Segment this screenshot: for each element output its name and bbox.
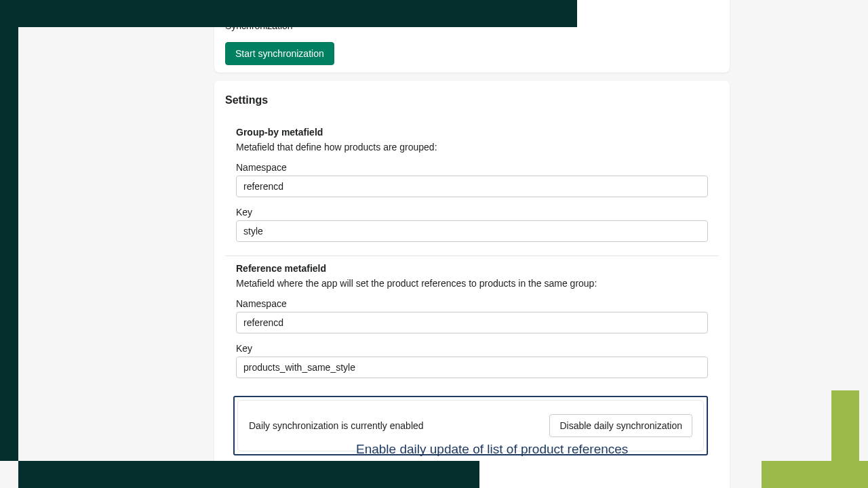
settings-card: Settings Group-by metafield Metafield th…: [214, 81, 730, 488]
annotation-text: Enable daily update of list of product r…: [356, 442, 628, 457]
daily-sync-status: Daily synchronization is currently enabl…: [249, 420, 424, 431]
reference-desc: Metafield where the app will set the pro…: [236, 278, 708, 289]
group-namespace-label: Namespace: [236, 162, 708, 173]
group-key-label: Key: [236, 207, 708, 218]
group-namespace-input[interactable]: [236, 176, 708, 197]
reference-key-label: Key: [236, 343, 708, 354]
overlay-bottom-bar: [18, 461, 479, 488]
reference-namespace-label: Namespace: [236, 298, 708, 309]
reference-key-input[interactable]: [236, 357, 708, 378]
group-key-input[interactable]: [236, 220, 708, 242]
start-synchronization-button[interactable]: Start synchronization: [225, 42, 334, 65]
group-by-section: Group-by metafield Metafield that define…: [225, 120, 719, 256]
settings-title: Settings: [225, 94, 719, 106]
disable-daily-sync-button[interactable]: Disable daily synchronization: [549, 414, 692, 437]
overlay-green-horz: [762, 461, 868, 488]
reference-section: Reference metafield Metafield where the …: [225, 256, 719, 392]
group-by-heading: Group-by metafield: [236, 127, 708, 138]
reference-namespace-input[interactable]: [236, 312, 708, 333]
overlay-top-bar: [0, 0, 577, 27]
group-by-desc: Metafield that define how products are g…: [236, 142, 708, 152]
reference-heading: Reference metafield: [236, 263, 708, 274]
overlay-left-bar: [0, 0, 18, 461]
